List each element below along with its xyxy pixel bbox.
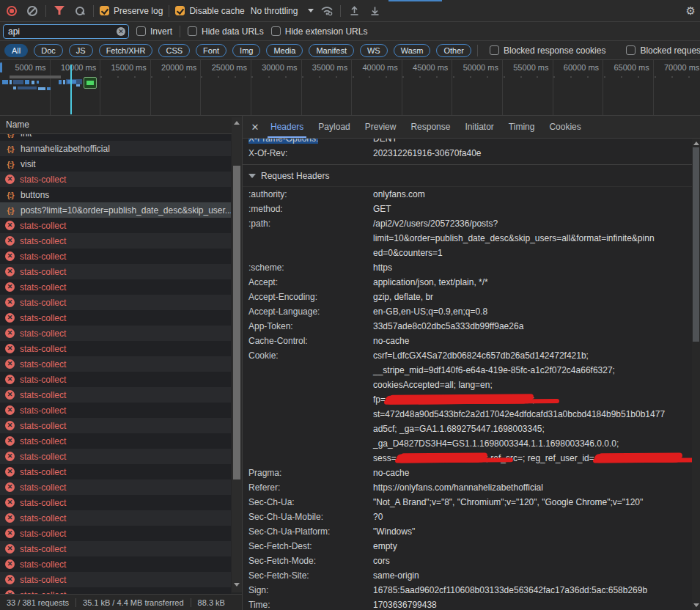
network-conditions-button[interactable] [320,4,334,18]
request-name: visit [21,159,36,169]
header-row: Accept-Encoding:gzip, deflate, br [243,290,692,304]
request-row[interactable]: ✕stats-collect [0,479,231,495]
filter-chip-manifest[interactable]: Manifest [309,44,354,57]
filter-chip-wasm[interactable]: Wasm [394,44,431,57]
timeline-dot [353,76,354,78]
request-row[interactable]: ✕stats-collect [0,587,231,594]
filter-input[interactable]: api ✕ [3,24,129,39]
request-row[interactable]: {:}visit [0,156,231,172]
filter-chip-img[interactable]: Img [232,44,260,57]
request-row[interactable]: ✕stats-collect [0,233,231,249]
name-column-header[interactable]: Name [0,116,242,134]
scroll-up-arrow-icon[interactable] [234,121,240,125]
hide-extension-urls-checkbox[interactable]: Hide extension URLs [271,26,368,37]
filter-toggle-button[interactable] [52,4,67,18]
scroll-up-arrow-icon[interactable] [693,142,699,145]
request-row[interactable]: ✕stats-collect [0,326,231,341]
header-value-line: en-GB,en-US;q=0.9,en;q=0.8 [373,304,692,319]
scroll-down-arrow-icon[interactable] [234,583,240,587]
waterfall-bar [2,80,8,84]
request-row[interactable]: ✕stats-collect [0,218,231,233]
search-button[interactable] [73,4,87,18]
disable-cache-checkbox[interactable]: Disable cache [175,6,244,16]
filter-chip-media[interactable]: Media [266,44,303,57]
request-row[interactable]: ✕stats-collect [0,356,231,372]
request-row[interactable]: ✕stats-collect [0,526,231,541]
close-details-button[interactable]: ✕ [247,122,263,133]
request-name: stats-collect [20,328,66,339]
header-value-line: csrf=LdfcGX4Sa72db06824c657db26a5d142472… [373,348,692,363]
request-row[interactable]: ✕stats-collect [0,264,231,279]
request-row[interactable]: ✕stats-collect [0,572,231,587]
filter-chip-font[interactable]: Font [196,44,226,57]
request-row[interactable]: ✕stats-collect [0,556,231,572]
clear-button[interactable] [25,4,40,18]
clear-filter-icon[interactable]: ✕ [117,27,125,36]
header-name: Sec-Fetch-Mode: [243,554,373,568]
import-har-button[interactable] [347,4,361,18]
header-name: :method: [243,202,373,216]
request-row[interactable]: ✕stats-collect [0,387,231,403]
request-row[interactable]: {:}init [0,134,231,141]
request-row[interactable]: ✕stats-collect [0,464,231,479]
request-row[interactable]: ✕stats-collect [0,403,231,418]
filter-chip-css[interactable]: CSS [158,44,190,57]
tab-timing[interactable]: Timing [501,116,542,138]
filter-chip-fetch-xhr[interactable]: Fetch/XHR [99,44,153,57]
timeline-dot [638,76,639,78]
network-overview-timeline[interactable]: 5000 ms10000 ms15000 ms20000 ms25000 ms3… [0,60,700,116]
throttling-dropdown[interactable]: No throttling [251,6,314,16]
request-row[interactable]: ✕stats-collect [0,172,231,187]
request-name: posts?limit=10&order=publish_date_desc&s… [21,205,231,216]
request-row[interactable]: {:}posts?limit=10&order=publish_date_des… [0,202,231,218]
details-scrollbar[interactable] [692,139,700,610]
request-headers-section-header[interactable]: Request Headers [243,165,692,187]
request-row[interactable]: ✕stats-collect [0,295,231,310]
tab-payload[interactable]: Payload [311,116,357,138]
export-har-button[interactable] [367,4,382,18]
tab-preview[interactable]: Preview [358,116,404,138]
header-row: Referer:https://onlyfans.com/hannaheliza… [243,480,692,495]
request-row[interactable]: ✕stats-collect [0,433,231,449]
timeline-dot [520,76,522,78]
request-row[interactable]: ✕stats-collect [0,418,231,433]
filter-chip-other[interactable]: Other [436,44,471,57]
scrollbar-thumb[interactable] [233,166,240,479]
header-row: :authority:onlyfans.com [243,187,692,202]
blocked-requests-checkbox[interactable]: Blocked requests [626,45,700,56]
checkbox-unchecked-icon [490,45,499,55]
timeline-tick: 30000 ms [251,60,302,116]
request-row[interactable]: ✕stats-collect [0,449,231,464]
request-row[interactable]: ✕stats-collect [0,541,231,556]
blocked-response-cookies-checkbox[interactable]: Blocked response cookies [490,45,605,56]
filter-chip-js[interactable]: JS [69,44,93,57]
request-list-scrollbar[interactable] [232,117,242,592]
request-row[interactable]: ✕stats-collect [0,372,231,387]
request-row[interactable]: {:}hannahelizabethofficial [0,141,231,156]
network-conditions-icon [320,5,334,16]
filter-chip-ws[interactable]: WS [360,44,388,57]
timeline-dot [436,76,438,78]
request-row[interactable]: ✕stats-collect [0,341,231,356]
tab-cookies[interactable]: Cookies [542,116,588,138]
header-value: gzip, deflate, br [373,290,692,304]
hide-data-urls-checkbox[interactable]: Hide data URLs [188,26,264,37]
tab-response[interactable]: Response [403,116,457,138]
header-row: X-Of-Rev:202312261916-30670fa40e [243,146,692,161]
scrollbar-thumb[interactable] [693,147,699,342]
request-row[interactable]: ✕stats-collect [0,310,231,326]
tab-initiator[interactable]: Initiator [457,116,501,138]
request-row[interactable]: ✕stats-collect [0,495,231,510]
tab-headers[interactable]: Headers [263,116,311,138]
record-button[interactable] [4,4,19,18]
request-row[interactable]: ✕stats-collect [0,510,231,526]
filter-chip-all[interactable]: All [4,44,28,57]
invert-checkbox[interactable]: Invert [136,26,172,37]
filter-chip-doc[interactable]: Doc [34,44,63,57]
preserve-log-checkbox[interactable]: Preserve log [100,6,163,16]
request-row[interactable]: ✕stats-collect [0,279,231,295]
request-row[interactable]: {:}buttons [0,187,231,202]
settings-gear-button[interactable]: ⚙ [686,4,696,18]
scroll-down-arrow-icon[interactable] [693,603,699,607]
request-row[interactable]: ✕stats-collect [0,249,231,264]
